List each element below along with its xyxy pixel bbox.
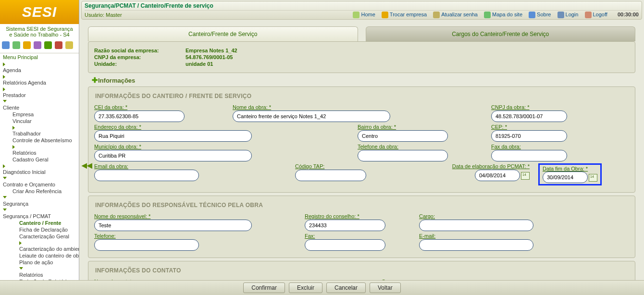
- atualizar-senha-link[interactable]: Atualizar senha: [433, 12, 478, 17]
- section-informacoes: ✚Informações: [92, 76, 635, 85]
- voltar-button[interactable]: Voltar: [370, 283, 401, 293]
- tb-icon-2[interactable]: [12, 41, 20, 49]
- sidebar-item[interactable]: Relatórios: [0, 266, 79, 278]
- resp-email-label: E-mail:: [419, 233, 533, 239]
- resp-email-input[interactable]: [419, 239, 533, 251]
- confirmar-button[interactable]: Confirmar: [243, 283, 285, 293]
- login-icon: [557, 12, 564, 18]
- sidebar-item[interactable]: Contrato e Orçamento: [0, 175, 79, 188]
- sidebar-item[interactable]: Caracterização do ambiente: [0, 240, 79, 252]
- footer-actions: Confirmar Excluir Cancelar Voltar: [0, 280, 644, 295]
- sidebar-item[interactable]: Ficha de Declaração: [0, 226, 79, 233]
- sidebar-item[interactable]: Criar Ano Referência: [0, 188, 79, 195]
- calendar-icon[interactable]: [589, 174, 597, 182]
- login-link[interactable]: Login: [557, 12, 579, 17]
- sidebar-item[interactable]: Prestador: [0, 86, 79, 98]
- data-fim-input[interactable]: [543, 172, 588, 183]
- municipio-input[interactable]: [94, 150, 252, 161]
- tb-icon-6[interactable]: [55, 41, 62, 49]
- highlight-data-fim: Data fim da Obra: *: [538, 163, 602, 185]
- sidebar-item[interactable]: Cliente: [0, 98, 79, 111]
- unidade-value: unidade 01: [186, 61, 213, 67]
- tb-icon-5[interactable]: [44, 41, 52, 49]
- municipio-label: Município da obra: *: [94, 144, 349, 149]
- data-pcmat-label: Data de elaboração do PCMAT: *: [452, 163, 530, 169]
- trocar-empresa-link[interactable]: Trocar empresa: [382, 12, 427, 17]
- product-name: Sistema SESI de Segurança e Saúde no Tra…: [0, 24, 79, 39]
- logoff-link[interactable]: Logoff: [585, 12, 607, 17]
- telefone-obra-input[interactable]: [358, 150, 448, 161]
- sidebar-item[interactable]: Vincular: [0, 118, 79, 124]
- bairro-label: Bairro da obra: *: [358, 124, 483, 130]
- endereco-label: Endereço da obra: *: [94, 124, 349, 130]
- logoff-icon: [585, 12, 592, 18]
- top-links: Home Trocar empresa Atualizar senha Mapa…: [348, 12, 639, 18]
- sidebar-item[interactable]: Cadastro Geral: [0, 156, 79, 163]
- sidebar-item[interactable]: Plano de ação: [0, 259, 79, 266]
- resp-cargo-input[interactable]: [419, 220, 533, 231]
- sidebar-toolbar: [0, 39, 79, 53]
- fieldset-canteiro: INFORMAÇÕES DO CANTEIRO / FRENTE DE SERV…: [88, 86, 635, 193]
- resp-tel-label: Telefone:: [94, 233, 296, 239]
- data-pcmat-input[interactable]: [475, 170, 520, 181]
- calendar-icon[interactable]: [521, 172, 530, 180]
- cei-label: CEI da obra: *: [94, 104, 224, 110]
- cei-input[interactable]: [94, 111, 185, 122]
- swap-icon: [382, 12, 388, 18]
- home-icon: [353, 12, 359, 18]
- sidebar-item[interactable]: Empresa: [0, 111, 79, 118]
- home-link[interactable]: Home: [353, 12, 375, 17]
- mapa-site-link[interactable]: Mapa do site: [484, 12, 522, 17]
- sidebar-item[interactable]: Canteiro / Frente: [0, 220, 79, 226]
- resp-tel-input[interactable]: [94, 239, 199, 251]
- resp-fax-label: Fax:: [305, 233, 410, 239]
- cnpj-obra-input[interactable]: [491, 111, 567, 122]
- sidebar-item[interactable]: Diagnóstico Inicial: [0, 163, 79, 175]
- tap-input[interactable]: [295, 170, 366, 181]
- sidebar-item[interactable]: Segurança / PCMAT: [0, 207, 79, 220]
- fieldset1-title: INFORMAÇÕES DO CANTEIRO / FRENTE DE SERV…: [95, 93, 629, 99]
- resp-registro-label: Registro do conselho: *: [305, 213, 410, 219]
- resp-registro-input[interactable]: [305, 220, 385, 231]
- tb-icon-7[interactable]: [65, 41, 73, 49]
- telefone-obra-label: Telefone da obra:: [358, 144, 483, 149]
- excluir-button[interactable]: Excluir: [289, 283, 322, 293]
- sidebar-item[interactable]: Trabalhador: [0, 124, 79, 137]
- cep-input[interactable]: [491, 130, 567, 142]
- resp-fax-input[interactable]: [305, 239, 385, 251]
- nome-obra-input[interactable]: [233, 111, 390, 122]
- email-obra-input[interactable]: [94, 170, 199, 181]
- sidebar-item[interactable]: Relatórios Agenda: [0, 74, 79, 86]
- tb-icon-3[interactable]: [23, 41, 31, 49]
- tb-icon-4[interactable]: [34, 41, 41, 49]
- endereco-input[interactable]: [94, 130, 252, 142]
- resp-nome-input[interactable]: [94, 220, 252, 231]
- sidebar-item[interactable]: Controle de Absenteísmo: [0, 137, 79, 144]
- cep-label: CEP: *: [491, 124, 567, 130]
- sobre-link[interactable]: Sobre: [529, 12, 551, 17]
- fieldset-responsavel: INFORMAÇÕES DO RESPONSÁVEL TÉCNICO PELA …: [88, 196, 635, 258]
- sidebar-item[interactable]: Agenda: [0, 61, 79, 74]
- tab-cargos[interactable]: Cargos do Canteiro/Frente de Serviço: [366, 26, 636, 41]
- sidebar-item[interactable]: Segurança: [0, 195, 79, 207]
- fax-obra-input[interactable]: [491, 150, 567, 161]
- sidebar-item[interactable]: Caracterização Geral: [0, 233, 79, 240]
- bairro-input[interactable]: [358, 130, 448, 142]
- company-info-panel: Razão social da empresa:Empresa Notes 1_…: [88, 41, 635, 73]
- collapse-sidebar-icon[interactable]: ◀◀: [82, 161, 92, 169]
- menu-principal-label: Menu Principal: [0, 53, 79, 61]
- cnpj-emp-value: 54.876.769/0001-05: [186, 54, 233, 60]
- sidebar-item[interactable]: Relatórios: [0, 144, 79, 156]
- topbar: Segurança/PCMAT / Canteiro/Frente de ser…: [81, 1, 642, 20]
- email-obra-label: Email da obra:: [94, 163, 286, 169]
- tab-canteiro[interactable]: Canteiro/Frente de Serviço: [88, 26, 358, 41]
- fax-obra-label: Fax da obra:: [491, 144, 567, 149]
- tb-icon-1[interactable]: [2, 41, 10, 49]
- plus-icon[interactable]: ✚: [92, 76, 98, 84]
- breadcrumb: Segurança/PCMAT / Canteiro/Frente de ser…: [85, 2, 639, 9]
- data-fim-label: Data fim da Obra: *: [543, 166, 588, 172]
- key-icon: [433, 12, 440, 18]
- cancelar-button[interactable]: Cancelar: [326, 283, 366, 293]
- sidebar-item[interactable]: Leiaute do canteiro de obras: [0, 252, 79, 259]
- tap-label: Código TAP:: [295, 163, 391, 169]
